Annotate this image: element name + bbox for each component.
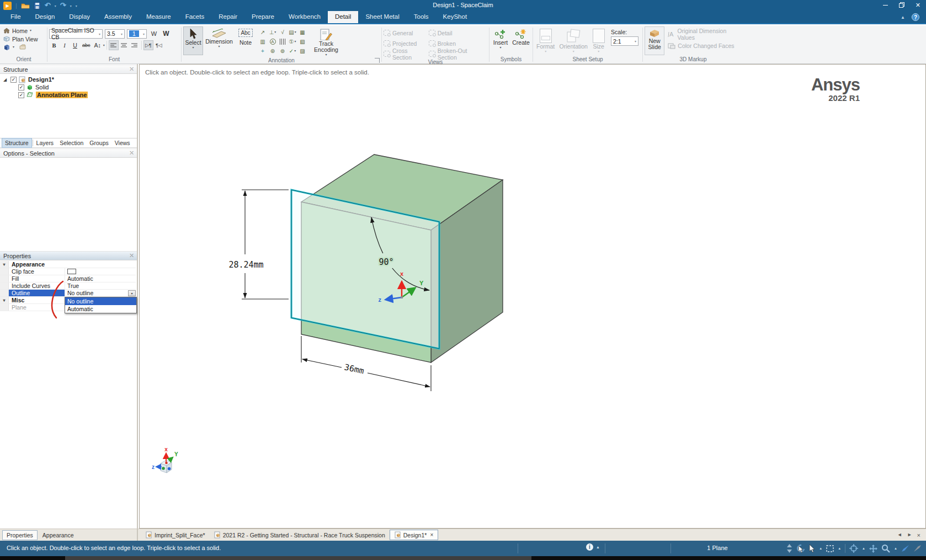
markup-arrow-icon[interactable] (913, 545, 922, 552)
balloon-button[interactable]: ①▾ (288, 37, 297, 46)
pointer-return-icon[interactable] (796, 544, 805, 553)
expander-icon[interactable]: ◢ (3, 77, 8, 82)
surface-finish-button[interactable]: √ (278, 28, 288, 37)
redo-caret-icon[interactable]: ▾ (70, 4, 72, 8)
color-changed-faces-button[interactable]: Color Changed Faces (668, 41, 742, 50)
height-dimension[interactable] (242, 190, 289, 299)
3d-scene[interactable]: 28.24mm 36mm 90° x Y (140, 65, 925, 528)
panel-tab-views[interactable]: Views (112, 138, 133, 147)
font-size-select[interactable]: 3.5▾ (105, 29, 125, 39)
tab-measure[interactable]: Measure (139, 11, 178, 23)
strikethrough-button[interactable]: abc (81, 40, 92, 50)
design-canvas[interactable]: Click an object. Double-click to select … (139, 64, 926, 529)
collapse-section-icon[interactable]: ▾ (0, 261, 9, 268)
text-frame-button[interactable]: ▤▾ (288, 28, 297, 37)
datum-frame-button[interactable]: A (268, 37, 278, 46)
tab-facets[interactable]: Facets (178, 11, 212, 23)
size-button[interactable]: Size▾ (590, 26, 606, 55)
view-cube-caret-icon[interactable]: ▾ (13, 46, 14, 49)
tab-prepare[interactable]: Prepare (244, 11, 281, 23)
solid-checkbox[interactable]: ✓ (18, 84, 24, 90)
tab-workbench[interactable]: Workbench (281, 11, 328, 23)
tree-item-annotation-plane[interactable]: ✓ Annotation Plane (18, 91, 88, 99)
spaceclaim-logo-icon[interactable]: ▶ (3, 2, 12, 10)
collapse-ribbon-icon[interactable]: ▲ (901, 15, 905, 20)
home-button[interactable]: Home▾ (2, 26, 45, 35)
text-direction-ltr-button[interactable]: ▷¶ (143, 40, 153, 50)
markup-draw-icon[interactable] (901, 545, 909, 552)
view-detail-button[interactable]: Detail (429, 29, 484, 37)
scale-select[interactable]: 2:1▾ (611, 36, 638, 46)
bold-button[interactable]: B (49, 40, 59, 50)
spin-view-icon[interactable] (19, 44, 26, 51)
dropdown-option-no-outline[interactable]: No outline (65, 297, 136, 305)
auto-annotation-button[interactable]: ⊛ (268, 46, 278, 56)
tab-sheet-metal[interactable]: Sheet Metal (358, 11, 406, 23)
bom-table-button[interactable]: ▧ (297, 37, 307, 46)
plan-view-button[interactable]: Plan View (2, 35, 45, 43)
clip-face-checkbox[interactable] (67, 269, 76, 274)
pointer-caret-icon[interactable]: ▲ (819, 547, 822, 550)
line-weight-select[interactable]: 1▾ (127, 29, 147, 39)
annotation-dialog-launcher[interactable] (375, 58, 380, 63)
tab-design[interactable]: Design (28, 11, 62, 23)
help-icon[interactable]: ? (912, 13, 919, 21)
panel-tab-selection[interactable]: Selection (57, 138, 86, 147)
property-row-clip-face[interactable]: Clip face (0, 268, 136, 275)
underline-button[interactable]: U (70, 40, 80, 50)
redo-icon[interactable]: ↷ (60, 2, 66, 9)
italic-button[interactable]: I (60, 40, 70, 50)
doc-tab-imprint-split-face[interactable]: Imprint_Split_Face* (141, 530, 210, 540)
dropdown-option-automatic[interactable]: Automatic (65, 305, 136, 313)
close-tab-strip-icon[interactable]: × (917, 532, 920, 538)
doc-tab-race-truck-suspension[interactable]: 2021 R2 - Getting Started - Structural -… (210, 530, 390, 540)
new-slide-button[interactable]: New Slide (645, 26, 664, 55)
tab-keyshot[interactable]: KeyShot (436, 11, 474, 23)
panel-tab-groups[interactable]: Groups (87, 138, 111, 147)
height-dimension-label[interactable]: 28.24mm (228, 260, 263, 270)
insert-symbol-button[interactable]: Insert▾ (491, 26, 510, 55)
font-family-select[interactable]: SpaceClaim ISO CB▾ (49, 29, 103, 39)
view-cross-section-button[interactable]: Cross Section (384, 50, 425, 58)
tab-detail[interactable]: Detail (328, 11, 358, 23)
pointer-icon[interactable] (809, 545, 815, 553)
doc-tab-design1[interactable]: Design1* × (390, 530, 438, 540)
orientation-button[interactable]: Orientation▾ (558, 26, 588, 55)
tab-display[interactable]: Display (62, 11, 97, 23)
tab-tools[interactable]: Tools (407, 11, 436, 23)
restore-button[interactable] (899, 2, 904, 8)
box-select-icon[interactable] (826, 545, 834, 552)
properties-section-appearance[interactable]: ▾ Appearance (0, 261, 136, 268)
view-broken-button[interactable]: Broken (429, 39, 484, 47)
view-projected-button[interactable]: Projected (384, 39, 425, 47)
pin-icon[interactable]: ⛌ (130, 253, 134, 259)
text-direction-rtl-button[interactable]: ¶◁ (154, 40, 164, 50)
tab-repair[interactable]: Repair (211, 11, 244, 23)
tab-file[interactable]: File (3, 11, 28, 23)
view-general-button[interactable]: General (384, 29, 425, 37)
check-annotation-button[interactable]: ✓▾ (288, 46, 297, 56)
dimension-button[interactable]: Dimension▾ (205, 26, 233, 55)
close-tab-icon[interactable]: × (430, 532, 433, 538)
select-button[interactable]: Select▾ (183, 26, 203, 55)
barcode-button[interactable] (278, 37, 288, 46)
open-folder-icon[interactable] (21, 2, 30, 9)
text-height-button[interactable]: A↕ (93, 40, 103, 50)
align-center-button[interactable] (119, 40, 129, 50)
width-dimension-label[interactable]: 36mm (343, 362, 365, 376)
close-button[interactable]: ✕ (916, 2, 920, 8)
pin-icon[interactable]: ⛌ (130, 66, 134, 72)
bottom-tab-properties[interactable]: Properties (2, 530, 38, 540)
thread-annotation-button[interactable]: ⊚ (278, 46, 288, 56)
center-mark-button[interactable]: + (258, 46, 268, 56)
scroll-tabs-left-icon[interactable]: ◄ (897, 532, 902, 538)
table-button[interactable]: ▦ (297, 28, 307, 37)
annotation-plane-checkbox[interactable]: ✓ (18, 92, 24, 98)
view-cube-icon[interactable] (3, 44, 10, 51)
angle-dimension-label[interactable]: 90° (379, 257, 393, 267)
zoom-caret-icon[interactable]: ▲ (894, 547, 897, 550)
datum-symbol-button[interactable]: ⊥▾ (268, 28, 278, 37)
box-select-caret-icon[interactable]: ▲ (838, 547, 841, 550)
bottom-tab-appearance[interactable]: Appearance (39, 531, 78, 540)
width-narrow-button[interactable]: W (149, 29, 159, 39)
